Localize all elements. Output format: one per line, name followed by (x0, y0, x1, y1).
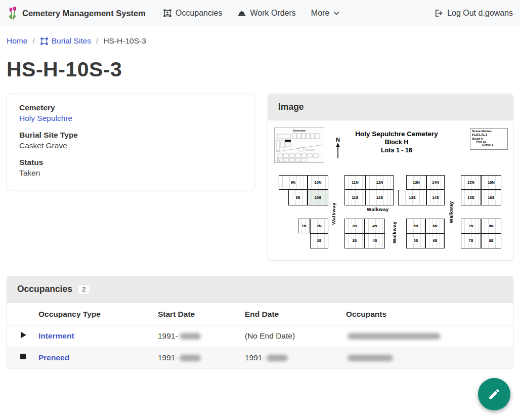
lot-cell: 16S (481, 190, 501, 205)
nav-item-occupancies[interactable]: Occupancies (163, 9, 223, 18)
lot-label: 13N (411, 180, 421, 185)
overview-map-sketch (275, 133, 324, 163)
lot-cell: 2S (310, 233, 328, 248)
lot-label: 8N (487, 224, 495, 229)
date-prefix: 1991- (158, 331, 178, 340)
lot-label: 10S (313, 195, 323, 200)
breadcrumb-burial-sites-link[interactable]: Burial Sites (40, 36, 91, 46)
lot-cell: 14N (426, 175, 445, 190)
edit-fab-button[interactable] (478, 378, 510, 410)
redacted-text (348, 355, 393, 361)
north-arrow-icon (335, 143, 341, 159)
map-title: Holy Sepulchre Cemetery Block H Lots 1 -… (341, 130, 452, 154)
lot-label: 14S (430, 195, 440, 200)
lot-label: 16S (486, 195, 496, 200)
pencil-icon (488, 388, 501, 401)
map-title-line: Block H (341, 139, 452, 146)
field-value: Casket Grave (19, 141, 242, 150)
lot-label: 12N (375, 180, 385, 185)
lot-label: 9N (289, 180, 297, 185)
lot-label: 12S (375, 195, 384, 200)
lot-cell: 14S (426, 190, 445, 205)
lot-label: 7S (467, 238, 474, 243)
lot-label: 3N (351, 224, 359, 229)
brand-title: Cemetery Management System (22, 9, 146, 18)
preneed-link[interactable]: Preneed (38, 353, 69, 362)
field-label: Status (19, 158, 242, 167)
field-label: Cemetery (19, 103, 242, 112)
row-type-icon-cell (7, 325, 38, 347)
lot-cell: 4S (365, 233, 385, 248)
table-row-preneed: Preneed 1991- 1991- (7, 347, 513, 368)
column-header-occupants: Occupants (346, 303, 513, 325)
interment-link[interactable]: Interment (38, 331, 74, 340)
occupancies-header: Occupancies 2 (7, 276, 513, 303)
walkway-label: Walkway (392, 215, 397, 250)
legend-line: Grave 1 (472, 143, 506, 146)
image-card: Image Overview (268, 94, 513, 261)
image-card-body: Overview (268, 120, 513, 260)
start-date-cell: 1991- (158, 347, 245, 368)
row-type-icon-cell (7, 347, 38, 368)
brand[interactable]: Cemetery Management System (7, 6, 146, 20)
nav-item-more[interactable]: More (311, 9, 340, 18)
lot-cell: 13N (406, 175, 426, 190)
nav-item-work-orders[interactable]: Work Orders (237, 9, 295, 18)
lot-cell: 11S (344, 190, 366, 205)
logout-icon (434, 9, 443, 18)
nav-items: Occupancies Work Orders More (163, 9, 340, 18)
date-prefix: 1991- (245, 353, 265, 362)
breadcrumb-home-link[interactable]: Home (7, 36, 27, 46)
lot-label: 4S (371, 238, 378, 243)
occupancy-type-cell: Preneed (38, 347, 158, 368)
table-header-row: Occupancy Type Start Date End Date Occup… (7, 303, 513, 325)
column-header-icon (7, 303, 38, 325)
occupants-cell (346, 325, 513, 347)
lot-cell: 5S (406, 233, 425, 248)
lot-cell: 15S (461, 190, 481, 205)
lot-label: 3S (351, 238, 358, 243)
lot-cell: 9S (288, 190, 308, 205)
logout-label: Log Out d.gowans (447, 9, 513, 18)
lot-label: 4N (371, 224, 379, 229)
occupancy-type-cell: Interment (38, 325, 158, 347)
play-icon (19, 331, 27, 339)
logout-button[interactable]: Log Out d.gowans (434, 9, 513, 18)
cemetery-link[interactable]: Holy Sepulchre (19, 114, 72, 122)
breadcrumb-separator: / (32, 36, 34, 46)
lot-cell: 2N (310, 219, 328, 233)
end-date-cell: (No End Date) (245, 325, 346, 347)
lot-cell: 12S (366, 190, 394, 205)
lot-label: 6N (431, 224, 439, 229)
lot-cell: 8S (481, 233, 501, 248)
start-date-cell: 1991- (158, 325, 245, 347)
redacted-text (180, 355, 201, 361)
lot-cell: 8N (481, 219, 501, 233)
page-title: HS-H-10S-3 (0, 46, 520, 81)
nav-item-label: Occupancies (176, 9, 223, 18)
occupancies-count-badge: 2 (78, 285, 90, 294)
map-title-line: Lots 1 - 16 (341, 147, 452, 154)
overview-label: Overview (275, 129, 324, 132)
lot-cell: 4N (365, 219, 385, 233)
map-title-line: Holy Sepulchre Cemetery (341, 130, 452, 138)
occupancies-table: Occupancy Type Start Date End Date Occup… (7, 303, 513, 368)
tulip-bouquet-logo-icon (7, 6, 18, 20)
redacted-text (180, 333, 201, 340)
details-card: Cemetery Holy Sepulchre Burial Site Type… (7, 94, 254, 190)
lot-label: 14N (430, 180, 441, 185)
lot-label: 6S (431, 238, 439, 243)
lot-cell: 7S (461, 233, 481, 248)
lot-cell: 3N (344, 219, 365, 233)
breadcrumb-label: Burial Sites (52, 36, 91, 46)
field-burial-site-type: Burial Site Type Casket Grave (19, 131, 242, 150)
lot-label: 11N (350, 180, 360, 185)
lot-label: 8S (487, 238, 495, 243)
field-value: Taken (19, 169, 242, 178)
end-date-cell: 1991- (245, 347, 346, 368)
column-header-type: Occupancy Type (38, 303, 158, 325)
nav-item-label: Work Orders (250, 9, 295, 18)
lot-cell: 6N (425, 219, 445, 233)
column-header-start: Start Date (158, 303, 245, 325)
breadcrumb-current: HS-H-10S-3 (103, 36, 146, 46)
